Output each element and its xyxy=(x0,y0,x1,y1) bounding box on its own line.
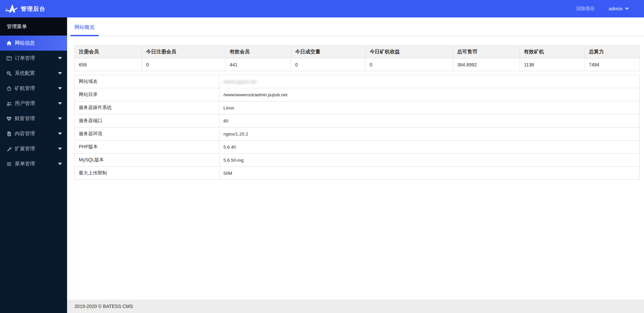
sidebar-item-extensions[interactable]: 扩展管理 xyxy=(0,141,67,156)
chevron-down-icon xyxy=(58,148,62,150)
info-label: 服务器环境 xyxy=(75,127,219,141)
main-content: 网站概览 注册会员 今日注册会员 有效会员 今日成交量 今日矿机收益 总可售币 … xyxy=(67,17,644,313)
app-logo-icon xyxy=(5,3,18,15)
chevron-down-icon xyxy=(58,87,62,90)
stats-value-cell: 0 xyxy=(142,58,225,71)
info-value: 5.6.50-log xyxy=(219,154,640,167)
stats-header-cell: 有效会员 xyxy=(225,46,291,58)
info-label: 服务器操作系统 xyxy=(75,101,219,114)
sidebar-item-orders[interactable]: 订单管理 xyxy=(0,51,67,66)
stats-header-cell: 注册会员 xyxy=(75,46,142,58)
sidebar-item-menus[interactable]: 菜单管理 xyxy=(0,156,67,171)
sidebar-item-label: 网站信息 xyxy=(15,40,62,46)
chevron-down-icon xyxy=(58,72,62,74)
power-icon xyxy=(6,86,12,91)
sidebar-item-content[interactable]: 内容管理 xyxy=(0,126,67,141)
content-area: 注册会员 今日注册会员 有效会员 今日成交量 今日矿机收益 总可售币 有效矿机 … xyxy=(67,36,644,300)
info-label: PHP版本 xyxy=(75,141,219,154)
tab-site-overview[interactable]: 网站概览 xyxy=(70,24,99,36)
sidebar-item-label: 菜单管理 xyxy=(15,161,58,167)
chevron-down-icon xyxy=(58,57,62,59)
copyright-text: 2019-2020 © BATESS CMS xyxy=(74,304,133,309)
chevron-down-icon xyxy=(58,117,62,120)
table-row: 网站目录 /www/wwwroot/admin.jiujiub.net xyxy=(75,88,640,101)
stats-table: 注册会员 今日注册会员 有效会员 今日成交量 今日矿机收益 总可售币 有效矿机 … xyxy=(74,45,640,71)
chevron-down-icon xyxy=(625,8,629,10)
stats-header-cell: 今日成交量 xyxy=(291,46,365,58)
stats-header-row: 注册会员 今日注册会员 有效会员 今日成交量 今日矿机收益 总可售币 有效矿机 … xyxy=(75,46,640,58)
info-label: 服务器端口 xyxy=(75,114,219,127)
sidebar-item-system-config[interactable]: 系统配置 xyxy=(0,66,67,81)
home-icon xyxy=(6,41,12,46)
chevron-down-icon xyxy=(58,163,62,165)
stats-value-cell: 7494 xyxy=(585,58,639,71)
stats-value-cell: 384.8992 xyxy=(453,58,520,71)
heartbeat-icon xyxy=(6,116,12,121)
sidebar-item-label: 系统配置 xyxy=(15,70,58,76)
stats-header-cell: 今日注册会员 xyxy=(142,46,225,58)
stats-header-cell: 总可售币 xyxy=(453,46,520,58)
info-value: /www/wwwroot/admin.jiujiub.net xyxy=(219,88,640,101)
cogs-icon xyxy=(6,71,12,76)
table-row: 服务器操作系统 Linux xyxy=(75,101,640,114)
wrench-icon xyxy=(6,146,12,152)
info-table: 网站域名 admin.jiujiub.net 网站目录 /www/wwwroot… xyxy=(74,75,640,180)
stats-value-row: 659 0 441 0 0 384.8992 1138 7494 xyxy=(75,58,640,71)
info-value: Linux xyxy=(219,101,640,114)
app-title: 管理后台 xyxy=(21,5,46,13)
stats-header-cell: 今日矿机收益 xyxy=(366,46,453,58)
sidebar-item-label: 矿机管理 xyxy=(15,85,58,92)
sidebar-nav: 管理菜单 网站信息 订单管理 xyxy=(0,17,67,313)
sidebar-item-users[interactable]: 用户管理 xyxy=(0,96,67,111)
chevron-down-icon xyxy=(58,102,62,105)
sidebar-item-label: 用户管理 xyxy=(15,100,58,107)
tab-bar: 网站概览 xyxy=(67,17,644,36)
info-value: admin.jiujiub.net xyxy=(219,75,640,88)
table-row: 服务器环境 nginx/1.20.2 xyxy=(75,127,640,141)
topbar-actions: 清除缓存 admin xyxy=(576,6,644,12)
info-label: MySQL版本 xyxy=(75,154,219,167)
table-row: 服务器端口 80 xyxy=(75,114,640,127)
sidebar-item-wealth[interactable]: 财富管理 xyxy=(0,111,67,126)
info-value: 5.6.40 xyxy=(219,141,640,154)
bars-icon xyxy=(6,161,12,167)
info-label: 最大上传限制 xyxy=(75,167,219,180)
user-dropdown[interactable]: admin xyxy=(609,6,629,11)
stats-value-cell: 0 xyxy=(291,58,365,71)
stats-value-cell: 441 xyxy=(225,58,291,71)
username-label: admin xyxy=(609,6,623,11)
sidebar-item-label: 内容管理 xyxy=(15,131,58,137)
table-row: MySQL版本 5.6.50-log xyxy=(75,154,640,167)
info-label: 网站域名 xyxy=(75,75,219,88)
file-icon xyxy=(6,131,12,137)
sidebar-item-site-info[interactable]: 网站信息 xyxy=(0,36,67,51)
window-icon xyxy=(6,56,12,61)
stats-header-cell: 总算力 xyxy=(585,46,639,58)
sidebar-item-miners[interactable]: 矿机管理 xyxy=(0,81,67,96)
stats-header-cell: 有效矿机 xyxy=(520,46,585,58)
chevron-down-icon xyxy=(58,133,62,135)
sidebar-menu-header: 管理菜单 xyxy=(0,17,67,36)
sidebar-item-label: 财富管理 xyxy=(15,115,58,122)
stats-value-cell: 659 xyxy=(75,58,142,71)
table-row: 网站域名 admin.jiujiub.net xyxy=(75,75,640,88)
footer-bar: 2019-2020 © BATESS CMS xyxy=(67,300,644,313)
sidebar-item-label: 订单管理 xyxy=(15,55,58,61)
sidebar-item-label: 扩展管理 xyxy=(15,146,58,152)
info-value: 50M xyxy=(219,167,640,180)
stats-value-cell: 0 xyxy=(366,58,453,71)
blurred-domain-value: admin.jiujiub.net xyxy=(223,79,256,84)
top-header-bar: 管理后台 清除缓存 admin xyxy=(0,0,644,17)
info-label: 网站目录 xyxy=(75,88,219,101)
info-value: 80 xyxy=(219,114,640,127)
clear-cache-button[interactable]: 清除缓存 xyxy=(576,6,595,12)
table-row: 最大上传限制 50M xyxy=(75,167,640,180)
stats-value-cell: 1138 xyxy=(520,58,585,71)
users-icon xyxy=(6,101,12,106)
brand: 管理后台 xyxy=(0,3,67,15)
table-row: PHP版本 5.6.40 xyxy=(75,141,640,154)
info-value: nginx/1.20.2 xyxy=(219,127,640,141)
